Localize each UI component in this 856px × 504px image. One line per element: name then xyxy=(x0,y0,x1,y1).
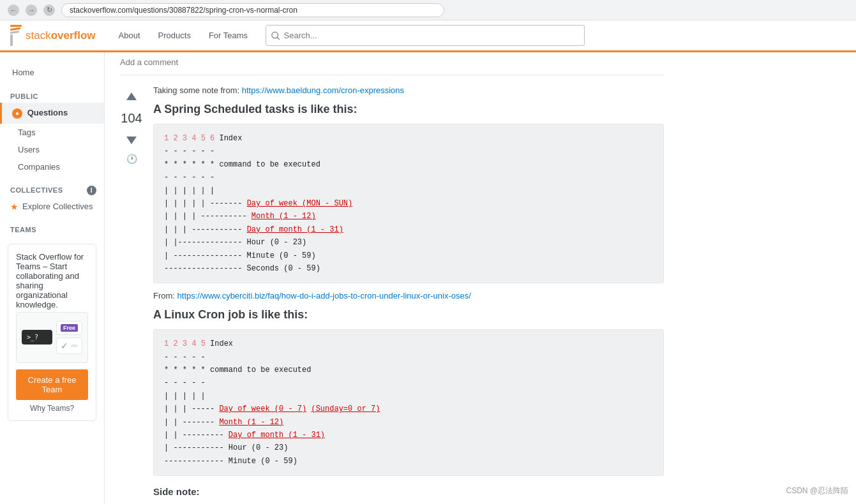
search-input[interactable] xyxy=(284,31,580,40)
from-text: From: https://www.cyberciti.biz/faq/how-… xyxy=(153,291,664,300)
star-icon: ★ xyxy=(10,202,19,212)
add-comment-link[interactable]: Add a comment xyxy=(120,57,664,67)
teams-label: TEAMS xyxy=(10,226,36,233)
upvote-icon xyxy=(126,91,137,103)
spring-heading: A Spring Scheduled tasks is like this: xyxy=(153,103,664,116)
questions-label: Questions xyxy=(27,108,68,117)
search-icon xyxy=(271,31,280,40)
sidebar: Home PUBLIC ● Questions Tags Users Compa… xyxy=(0,52,105,504)
collectives-section-header: COLLECTIVES i xyxy=(0,175,104,198)
logo-stack: stack xyxy=(26,29,51,41)
side-note: Side note: xyxy=(153,486,664,497)
from-prefix: From: xyxy=(153,291,177,300)
why-teams-link[interactable]: Why Teams? xyxy=(16,404,88,413)
logo-icon xyxy=(10,25,22,46)
url-text: stackoverflow.com/questions/30887822/spr… xyxy=(70,6,297,15)
reload-button[interactable]: ↻ xyxy=(43,4,55,16)
note-text: Taking some note from: https://www.baeld… xyxy=(153,85,664,95)
sidebar-item-questions[interactable]: ● Questions xyxy=(0,103,104,124)
from-link[interactable]: https://www.cyberciti.biz/faq/how-do-i-a… xyxy=(177,291,471,300)
teams-promo-title: Stack Overflow for Teams – Start collabo… xyxy=(16,252,88,309)
teams-illustration: >_? Free ✓ xyxy=(16,312,88,363)
vote-cell: 104 🕐 xyxy=(120,85,143,497)
linux-heading: A Linux Cron job is like this: xyxy=(153,308,664,322)
svg-line-1 xyxy=(278,37,280,39)
nav-products[interactable]: Products xyxy=(151,26,199,45)
nav-about[interactable]: About xyxy=(111,26,148,45)
sidebar-item-home[interactable]: Home xyxy=(0,63,104,82)
spring-code-block: 1 2 3 4 5 6 Index - - - - - - * * * * * … xyxy=(153,124,664,283)
history-icon[interactable]: 🕐 xyxy=(126,154,137,164)
url-bar[interactable]: stackoverflow.com/questions/30887822/spr… xyxy=(61,3,444,17)
sidebar-item-tags[interactable]: Tags xyxy=(0,124,104,141)
info-icon[interactable]: i xyxy=(87,186,96,195)
public-label: PUBLIC xyxy=(10,93,38,100)
logo-text: stackoverflow xyxy=(26,29,96,42)
note-link[interactable]: https://www.baeldung.com/cron-expression… xyxy=(242,85,404,95)
back-button[interactable]: ← xyxy=(8,4,19,16)
collectives-label: COLLECTIVES xyxy=(10,186,63,194)
upvote-button[interactable] xyxy=(120,85,143,108)
downvote-button[interactable] xyxy=(120,128,143,151)
teams-promo-box: Stack Overflow for Teams – Start collabo… xyxy=(8,244,96,421)
main-content: Add a comment 104 xyxy=(105,52,679,504)
sidebar-item-users[interactable]: Users xyxy=(0,141,104,158)
answer-section: Add a comment 104 xyxy=(120,52,664,504)
site-header: stackoverflow About Products For Teams xyxy=(0,20,856,52)
note-prefix: Taking some note from: xyxy=(153,85,242,95)
terminal-text: >_? xyxy=(27,334,38,341)
forward-button[interactable]: → xyxy=(26,4,37,16)
free-badge: Free xyxy=(61,324,78,332)
answer-body: Taking some note from: https://www.baeld… xyxy=(153,85,664,497)
sidebar-item-companies[interactable]: Companies xyxy=(0,158,104,175)
create-team-button[interactable]: Create a free Team xyxy=(16,369,88,400)
checkmark-icon: ✓ xyxy=(61,341,68,351)
vote-count: 104 xyxy=(121,111,142,126)
globe-icon: ● xyxy=(12,108,22,119)
main-layout: Home PUBLIC ● Questions Tags Users Compa… xyxy=(0,52,856,504)
browser-bar: ← → ↻ stackoverflow.com/questions/308878… xyxy=(0,0,856,20)
linux-code-block: 1 2 3 4 5 Index - - - - - * * * * * comm… xyxy=(153,329,664,476)
post-layout: 104 🕐 Taking some note from: https://www… xyxy=(120,75,664,504)
csdn-watermark: CSDN @忍法阵陌 xyxy=(786,485,848,496)
teams-terminal: >_? xyxy=(22,330,52,345)
main-nav: About Products For Teams xyxy=(111,26,255,45)
teams-section-header: TEAMS xyxy=(0,216,104,236)
logo-link[interactable]: stackoverflow xyxy=(10,25,96,46)
explore-collectives-label: Explore Collectives xyxy=(22,202,93,211)
downvote-icon xyxy=(126,134,137,145)
sidebar-item-explore-collectives[interactable]: ★ Explore Collectives xyxy=(0,198,104,216)
logo-overflow: overflow xyxy=(51,29,96,41)
search-box[interactable] xyxy=(266,25,585,46)
public-section-header: PUBLIC xyxy=(0,82,104,103)
nav-for-teams[interactable]: For Teams xyxy=(201,26,255,45)
